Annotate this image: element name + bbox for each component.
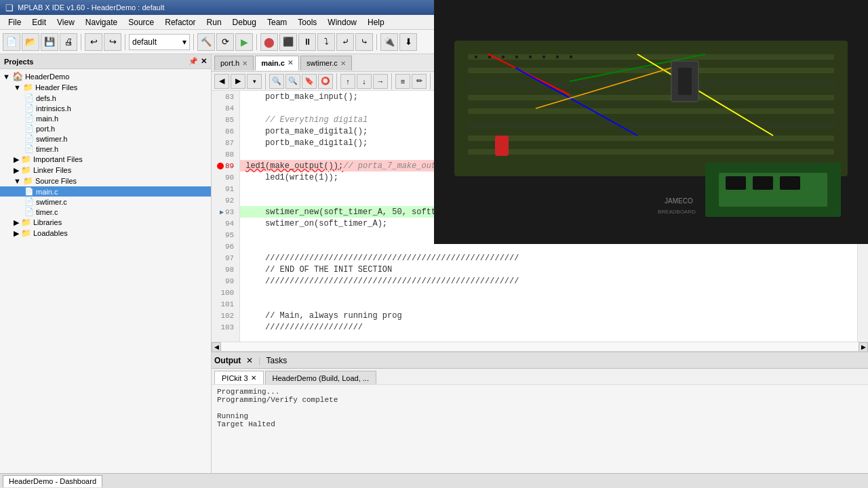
tree-item-port-h[interactable]: 📄 port.h (0, 123, 211, 134)
save-button[interactable]: 💾 (41, 33, 58, 51)
menu-source[interactable]: Source (123, 16, 159, 28)
line-num-98: 98 (217, 264, 234, 275)
svg-rect-7 (468, 122, 834, 127)
editor-back-button[interactable]: ◀ (214, 74, 229, 89)
stop-button[interactable]: ⬛ (279, 33, 297, 51)
dashboard-tab[interactable]: HeaderDemo - Dashboard (3, 475, 102, 487)
projects-pin-icon[interactable]: 📌 (189, 57, 198, 66)
projects-close-icon[interactable]: ✕ (201, 57, 207, 66)
tree-label-linker-files: Linker Files (33, 166, 71, 174)
tree-item-root[interactable]: ▼ 🏠 HeaderDemo (0, 70, 211, 82)
tree-item-libraries[interactable]: ▶ 📁 Libraries (0, 217, 211, 228)
menu-help[interactable]: Help (362, 16, 390, 28)
program-button[interactable]: ⬇ (399, 33, 417, 51)
tree-item-swtimer-c[interactable]: 📄 swtimer.c (0, 197, 211, 207)
toggle-breakpoint-button[interactable]: ⭕ (318, 74, 333, 89)
svg-rect-2 (468, 54, 834, 60)
zoom-in-button[interactable]: 🔍 (269, 74, 284, 89)
redo-button[interactable]: ↪ (104, 33, 121, 51)
clean-build-button[interactable]: ⟳ (216, 33, 234, 51)
menu-run[interactable]: Run (201, 16, 227, 28)
menu-team[interactable]: Team (262, 16, 292, 28)
menu-file[interactable]: File (3, 16, 26, 28)
config-dropdown[interactable]: default ▾ (129, 34, 190, 50)
run-button[interactable]: ▶ (235, 33, 253, 51)
new-file-button[interactable]: 📄 (3, 33, 20, 51)
tab-swtimer-c-close[interactable]: ✕ (340, 60, 346, 67)
sub-tab-pickit3[interactable]: PICkit 3 ✕ (214, 371, 264, 384)
output-close-icon[interactable]: ✕ (246, 356, 253, 365)
tree-item-source-files[interactable]: ▼ 📁 Source Files (0, 176, 211, 186)
step-over-button[interactable]: ⤵ (317, 33, 335, 51)
tree-label-libraries: Libraries (33, 218, 62, 226)
edit-button[interactable]: ✏ (412, 74, 427, 89)
tree-item-timer-c[interactable]: 📄 timer.c (0, 207, 211, 217)
step-out-button[interactable]: ⤷ (355, 33, 373, 51)
tab-main-c-close[interactable]: ✕ (288, 59, 293, 66)
step-into-button[interactable]: ⤶ (336, 33, 354, 51)
tab-port-h-close[interactable]: ✕ (242, 60, 248, 67)
go-to-source-button[interactable]: → (373, 74, 388, 89)
file-icon-timer-h: 📄 (24, 144, 34, 153)
navigate-down-button[interactable]: ↓ (357, 74, 372, 89)
editor-fwd-button[interactable]: ▶ (231, 74, 245, 89)
tree-item-timer-h[interactable]: 📄 timer.h (0, 144, 211, 154)
tree-item-header-files[interactable]: ▼ 📁 Header Files (0, 82, 211, 93)
open-file-button[interactable]: 📂 (22, 33, 39, 51)
h-scroll-left-button[interactable]: ◀ (212, 342, 221, 352)
connect-button[interactable]: 🔌 (380, 33, 398, 51)
file-icon-main-c: 📄 (24, 187, 34, 196)
tab-main-c[interactable]: main.c ✕ (255, 56, 299, 70)
tree-item-important-files[interactable]: ▶ 📁 Important Files (0, 154, 211, 165)
horizontal-scrollbar[interactable]: ◀ ▶ (212, 342, 868, 351)
tree-item-main-c[interactable]: 📄 main.c (0, 186, 211, 197)
code-line-102: // Main, always running prog (240, 310, 857, 321)
loadables-expand-icon: ▶ (14, 229, 19, 238)
tasks-label[interactable]: Tasks (266, 356, 287, 365)
h-scroll-track[interactable] (221, 342, 859, 352)
zoom-out-button[interactable]: 🔍 (285, 74, 300, 89)
sub-tab-headerdemo-build[interactable]: HeaderDemo (Build, Load, ... (265, 371, 376, 384)
editor-refresh-button[interactable]: ▾ (247, 74, 262, 89)
tab-swtimer-c[interactable]: swtimer.c ✕ (300, 56, 352, 70)
tree-item-swtimer-h[interactable]: 📄 swtimer.h (0, 134, 211, 144)
line-numbers: 83 84 85 86 87 88 89 90 91 92 ▶93 94 95 … (212, 91, 240, 342)
toolbar-sep-5 (376, 34, 377, 50)
menu-tools[interactable]: Tools (292, 16, 322, 28)
menu-refactor[interactable]: Refactor (159, 16, 201, 28)
menu-window[interactable]: Window (322, 16, 362, 28)
tree-item-loadables[interactable]: ▶ 📁 Loadables (0, 228, 211, 239)
find-button[interactable]: ≡ (395, 74, 410, 89)
line-num-89: 89 (217, 160, 234, 171)
folder-icon-important: 📁 (21, 155, 31, 164)
debug-button[interactable]: ⬤ (260, 33, 278, 51)
h-scroll-right-button[interactable]: ▶ (859, 342, 868, 352)
output-line-blank (217, 404, 863, 412)
folder-icon-source: 📁 (23, 176, 33, 186)
pause-button[interactable]: ⏸ (298, 33, 316, 51)
toggle-bookmark-button[interactable]: 🔖 (302, 74, 317, 89)
tree-item-main-h[interactable]: 📄 main.h (0, 113, 211, 123)
code-line-99: ////////////////////////////////////////… (240, 275, 857, 287)
menu-edit[interactable]: Edit (26, 16, 52, 28)
menu-debug[interactable]: Debug (227, 16, 262, 28)
svg-rect-24 (678, 68, 692, 95)
tree-item-defs-h[interactable]: 📄 defs.h (0, 93, 211, 103)
build-button[interactable]: 🔨 (197, 33, 215, 51)
tab-port-h[interactable]: port.h ✕ (214, 56, 254, 70)
menu-view[interactable]: View (52, 16, 80, 28)
linker-files-expand-icon: ▶ (14, 166, 19, 175)
folder-icon-libraries: 📁 (21, 218, 31, 227)
menu-navigate[interactable]: Navigate (80, 16, 123, 28)
output-line-running: Running (217, 412, 863, 420)
sub-tab-pickit3-close[interactable]: ✕ (251, 374, 256, 382)
line-num-93: ▶93 (217, 206, 234, 218)
folder-icon-header: 📁 (23, 83, 33, 92)
tree-item-linker-files[interactable]: ▶ 📁 Linker Files (0, 165, 211, 176)
print-button[interactable]: 🖨 (60, 33, 77, 51)
navigate-up-button[interactable]: ↑ (340, 74, 355, 89)
file-icon-swtimer-h: 📄 (24, 134, 34, 143)
tree-item-intrinsics-h[interactable]: 📄 intrinsics.h (0, 103, 211, 113)
undo-button[interactable]: ↩ (85, 33, 102, 51)
config-dropdown-arrow: ▾ (182, 37, 186, 47)
